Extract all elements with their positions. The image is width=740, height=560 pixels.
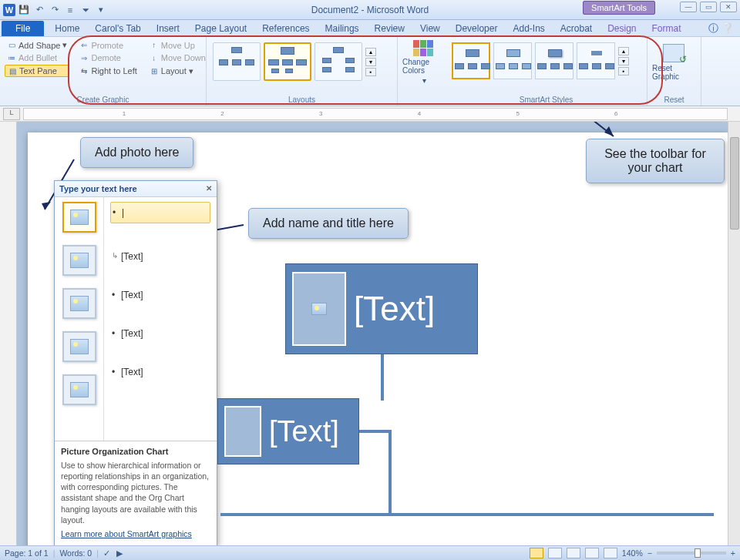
zoom-slider[interactable] bbox=[657, 552, 726, 555]
picture-placeholder-icon bbox=[70, 253, 89, 268]
tab-addins[interactable]: Add-Ins bbox=[505, 21, 552, 36]
text-pane-close-icon[interactable]: ✕ bbox=[206, 184, 212, 193]
style-option-4[interactable] bbox=[577, 42, 615, 79]
vertical-scrollbar[interactable] bbox=[728, 122, 740, 545]
styles-more[interactable]: ▪ bbox=[618, 67, 629, 75]
status-page[interactable]: Page: 1 of 1 bbox=[5, 548, 49, 558]
close-button[interactable]: ✕ bbox=[720, 2, 737, 12]
vertical-ruler[interactable] bbox=[0, 122, 17, 545]
group-label: Layouts bbox=[211, 94, 392, 104]
tab-mailings[interactable]: Mailings bbox=[318, 21, 367, 36]
status-macro-icon[interactable]: ▶ bbox=[116, 548, 123, 558]
view-print-layout[interactable] bbox=[530, 548, 543, 558]
node-picture-placeholder[interactable] bbox=[224, 406, 261, 457]
tab-acrobat[interactable]: Acrobat bbox=[553, 21, 600, 36]
help-icon[interactable]: ⓘ ❔ bbox=[708, 22, 734, 35]
layout-button[interactable]: ⊞Layout ▾ bbox=[147, 65, 208, 77]
qat-more-icon[interactable]: ▾ bbox=[94, 3, 108, 17]
document-area: Add photo here Add name and title here S… bbox=[0, 122, 740, 545]
tab-insert[interactable]: Insert bbox=[149, 21, 187, 36]
group-layouts: ▴ ▾ ▪ Layouts bbox=[207, 37, 398, 106]
smartart-top-node[interactable]: [Text] bbox=[285, 263, 478, 354]
thumb-3[interactable] bbox=[62, 288, 96, 319]
picture-placeholder-icon bbox=[70, 210, 89, 225]
text-pane-description: Picture Organization Chart Use to show h… bbox=[55, 441, 217, 545]
style-option-2[interactable] bbox=[493, 42, 532, 79]
view-full-screen[interactable] bbox=[548, 548, 562, 558]
undo-icon[interactable]: ↶ bbox=[32, 3, 46, 17]
layout-option-1[interactable] bbox=[213, 42, 261, 81]
promote-button[interactable]: ⇐Promote bbox=[77, 39, 139, 51]
styles-scroll-up[interactable]: ▴ bbox=[618, 47, 629, 55]
tab-page-layout[interactable]: Page Layout bbox=[187, 21, 254, 36]
tab-design[interactable]: Design bbox=[600, 21, 644, 36]
text-pane-button[interactable]: ▤Text Pane bbox=[5, 65, 69, 77]
tab-review[interactable]: Review bbox=[367, 21, 412, 36]
text-item-2[interactable]: [Text] bbox=[110, 246, 210, 267]
style-option-3[interactable] bbox=[535, 42, 574, 79]
text-item-4[interactable]: [Text] bbox=[110, 324, 210, 344]
reset-graphic-button[interactable]: ↺ Reset Graphic bbox=[652, 39, 695, 82]
thumb-2[interactable] bbox=[62, 245, 96, 276]
zoom-level[interactable]: 140% bbox=[622, 548, 643, 558]
connector-line bbox=[388, 430, 392, 515]
tab-format[interactable]: Format bbox=[644, 21, 689, 36]
tab-view[interactable]: View bbox=[412, 21, 448, 36]
text-item-1[interactable]: | bbox=[110, 202, 210, 223]
zoom-out-button[interactable]: − bbox=[648, 548, 652, 558]
layout-option-3[interactable] bbox=[314, 42, 362, 81]
text-item-3[interactable]: [Text] bbox=[110, 285, 210, 305]
horizontal-ruler[interactable]: 1 2 3 4 5 6 bbox=[23, 108, 728, 120]
qat-hierarchy-icon[interactable]: ⏷ bbox=[79, 3, 92, 17]
style-option-1[interactable] bbox=[452, 42, 490, 79]
add-bullet-button[interactable]: ≔Add Bullet bbox=[5, 52, 69, 63]
status-words[interactable]: Words: 0 bbox=[59, 548, 92, 558]
add-bullet-icon: ≔ bbox=[7, 53, 16, 62]
qat-custom-icon[interactable]: ≡ bbox=[63, 3, 77, 17]
rtl-icon: ⇆ bbox=[79, 66, 89, 75]
smartart-child-node[interactable]: [Text] bbox=[217, 398, 359, 464]
change-colors-group: Change Colors ▾ bbox=[398, 37, 446, 106]
demote-button[interactable]: ⇒Demote bbox=[77, 52, 139, 63]
zoom-in-button[interactable]: + bbox=[731, 548, 735, 558]
view-web-layout[interactable] bbox=[567, 548, 580, 558]
tab-carols[interactable]: Carol's Tab bbox=[87, 21, 148, 36]
move-up-button[interactable]: ↑Move Up bbox=[147, 39, 208, 51]
tab-home[interactable]: Home bbox=[47, 21, 87, 36]
svg-marker-1 bbox=[42, 202, 51, 210]
view-draft[interactable] bbox=[604, 548, 617, 558]
text-pane-list: | [Text] [Text] [Text] [Text] bbox=[104, 197, 217, 441]
redo-icon[interactable]: ↷ bbox=[48, 3, 62, 17]
move-down-button[interactable]: ↓Move Down bbox=[147, 52, 208, 63]
minimize-button[interactable]: ― bbox=[680, 2, 697, 12]
view-outline[interactable] bbox=[585, 548, 599, 558]
gallery-more[interactable]: ▪ bbox=[365, 68, 376, 76]
callout-add-photo: Add photo here bbox=[80, 137, 193, 168]
text-item-5[interactable]: [Text] bbox=[110, 362, 210, 382]
node-text[interactable]: [Text] bbox=[354, 290, 435, 328]
layout-option-2[interactable] bbox=[264, 42, 311, 81]
tab-developer[interactable]: Developer bbox=[448, 21, 506, 36]
gallery-scroll-down[interactable]: ▾ bbox=[365, 58, 376, 66]
save-icon[interactable]: 💾 bbox=[17, 3, 31, 17]
move-down-icon: ↓ bbox=[150, 53, 159, 62]
styles-scroll-down[interactable]: ▾ bbox=[618, 57, 629, 65]
right-to-left-button[interactable]: ⇆Right to Left bbox=[77, 65, 139, 77]
callout-toolbar: See the toolbar for your chart bbox=[586, 139, 725, 183]
page[interactable]: Add photo here Add name and title here S… bbox=[28, 132, 728, 545]
node-picture-placeholder[interactable] bbox=[292, 272, 346, 346]
tab-file[interactable]: File bbox=[2, 21, 44, 36]
tab-selector[interactable]: L bbox=[3, 108, 20, 120]
status-proofing-icon[interactable]: ✓ bbox=[103, 548, 110, 558]
thumb-5[interactable] bbox=[62, 374, 96, 405]
text-pane-header[interactable]: Type your text here ✕ bbox=[55, 181, 217, 197]
add-shape-button[interactable]: ▭Add Shape ▾ bbox=[5, 39, 69, 51]
thumb-1[interactable] bbox=[62, 202, 96, 233]
change-colors-button[interactable]: Change Colors ▾ bbox=[402, 39, 446, 82]
restore-button[interactable]: ▭ bbox=[700, 2, 717, 12]
tab-references[interactable]: References bbox=[254, 21, 317, 36]
node-text[interactable]: [Text] bbox=[269, 415, 339, 448]
desc-link[interactable]: Learn more about SmartArt graphics bbox=[61, 528, 210, 539]
gallery-scroll-up[interactable]: ▴ bbox=[365, 48, 376, 56]
thumb-4[interactable] bbox=[62, 331, 96, 362]
